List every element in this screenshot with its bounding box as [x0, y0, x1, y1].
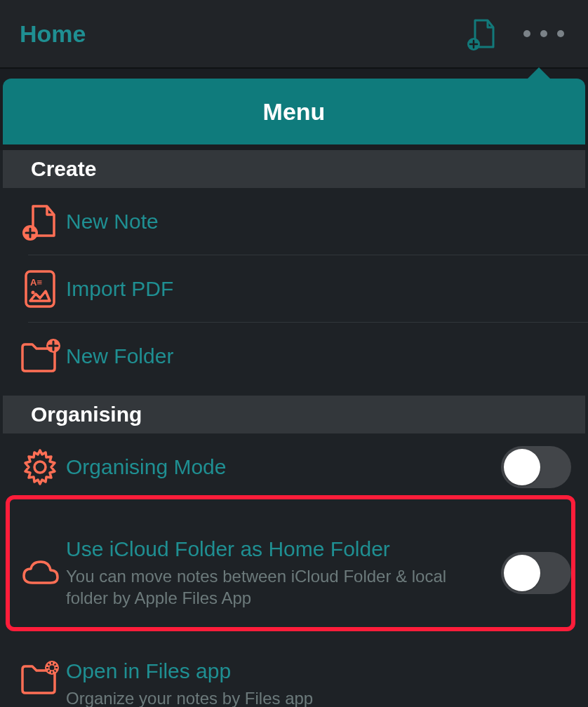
- topbar: Home: [0, 0, 588, 69]
- svg-point-8: [50, 666, 55, 671]
- dot-icon: [523, 30, 530, 37]
- toggle-knob: [504, 449, 540, 485]
- menu-item-open-files-app[interactable]: Open in Files app Organize your notes by…: [0, 638, 588, 707]
- menu-panel: Create New Note A≡ Import PDF: [0, 150, 588, 707]
- gear-icon: [14, 447, 66, 487]
- menu-item-new-note[interactable]: New Note: [0, 188, 588, 255]
- menu-item-icloud-folder[interactable]: Use iCloud Folder as Home Folder You can…: [0, 501, 588, 638]
- popover-arrow: [0, 69, 588, 79]
- organising-mode-toggle[interactable]: [501, 446, 571, 488]
- menu-item-label: Open in Files app: [66, 659, 571, 683]
- section-header-create: Create: [3, 150, 585, 188]
- more-menu-button[interactable]: [523, 30, 564, 37]
- menu-item-label: Organising Mode: [66, 455, 487, 479]
- menu-title: Menu: [3, 79, 585, 144]
- document-plus-icon: [464, 16, 499, 51]
- menu-item-new-folder[interactable]: New Folder: [0, 323, 588, 390]
- dot-icon: [557, 30, 564, 37]
- dot-icon: [540, 30, 547, 37]
- folder-gear-icon: [14, 659, 66, 696]
- icloud-folder-toggle[interactable]: [501, 552, 571, 594]
- menu-item-label: New Note: [66, 210, 571, 234]
- svg-line-14: [55, 671, 56, 672]
- cloud-icon: [14, 559, 66, 587]
- svg-line-16: [55, 664, 56, 666]
- menu-item-label: Use iCloud Folder as Home Folder: [66, 537, 487, 561]
- menu-item-label: Import PDF: [66, 277, 571, 301]
- menu-item-sub: Organize your notes by Files app: [66, 687, 571, 707]
- new-note-icon: [14, 202, 66, 241]
- new-folder-icon: [14, 339, 66, 374]
- toggle-knob: [504, 555, 540, 591]
- home-button[interactable]: Home: [20, 20, 460, 48]
- menu-item-sub: You can move notes between iCloud Folder…: [66, 565, 487, 609]
- menu-item-import-pdf[interactable]: A≡ Import PDF: [0, 255, 588, 323]
- svg-text:A≡: A≡: [30, 277, 42, 288]
- menu-item-organising-mode[interactable]: Organising Mode: [0, 433, 588, 501]
- svg-line-13: [48, 664, 50, 666]
- menu-item-label: New Folder: [66, 344, 571, 368]
- svg-point-6: [34, 462, 46, 473]
- new-note-icon[interactable]: [460, 16, 502, 51]
- svg-line-15: [48, 671, 50, 672]
- import-pdf-icon: A≡: [14, 269, 66, 309]
- svg-point-4: [32, 291, 35, 295]
- section-header-organising: Organising: [3, 396, 585, 433]
